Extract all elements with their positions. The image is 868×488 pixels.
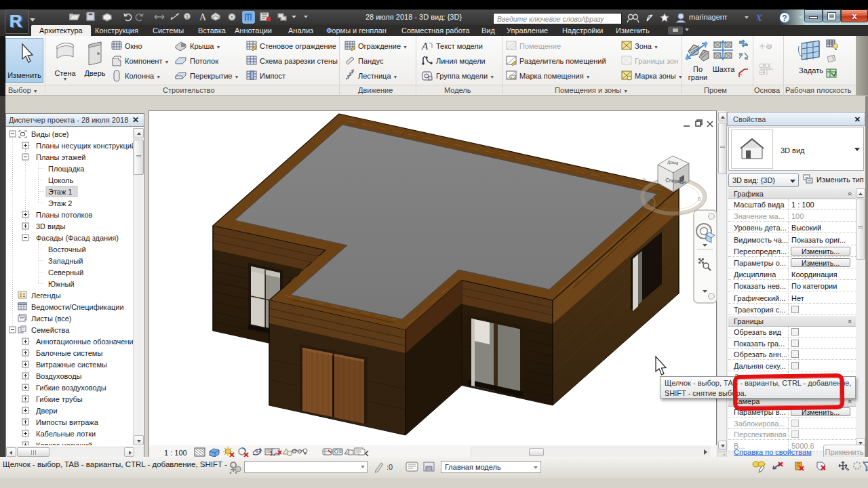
- svg-text:Этаж 1: Этаж 1: [48, 188, 72, 196]
- svg-text:Планы потолков: Планы потолков: [36, 211, 93, 219]
- svg-text:1: 1: [186, 14, 189, 19]
- svg-text:Планы этажей: Планы этажей: [36, 153, 86, 161]
- svg-text:Импосты витража: Импосты витража: [36, 418, 99, 426]
- svg-text:Ведомости/Спецификации: Ведомости/Спецификации: [31, 303, 124, 311]
- svg-text:Каркас несущий: Каркас несущий: [36, 441, 92, 446]
- svg-text:marinagerma...: marinagerma...: [689, 13, 727, 21]
- svg-text:Южный: Южный: [48, 280, 75, 288]
- svg-text:Этаж 2: Этаж 2: [48, 199, 72, 207]
- svg-text:X: X: [757, 12, 764, 23]
- svg-text:Аннотационные обозначени: Аннотационные обозначени: [36, 338, 133, 346]
- svg-text:Легенды: Легенды: [31, 291, 61, 300]
- svg-text:3D виды: 3D виды: [36, 222, 66, 230]
- svg-text:Воздуховоды: Воздуховоды: [36, 372, 82, 380]
- svg-text:R: R: [9, 11, 22, 31]
- svg-text:Двери: Двери: [36, 407, 58, 415]
- svg-text:Площадка: Площадка: [48, 165, 85, 173]
- svg-text:Листы (все): Листы (все): [31, 314, 72, 323]
- svg-text::0: :0: [387, 463, 393, 471]
- svg-text:Цоколь: Цоколь: [48, 176, 73, 184]
- svg-text:Виды (все): Виды (все): [31, 130, 69, 138]
- svg-text:Северный: Северный: [48, 268, 83, 277]
- svg-text:Фасады (Фасад здания): Фасады (Фасад здания): [36, 234, 119, 242]
- svg-text:В: В: [698, 197, 701, 201]
- svg-text:Западный: Западный: [48, 257, 83, 265]
- svg-text:Планы несущих конструкций: Планы несущих конструкций: [36, 142, 133, 150]
- svg-text:A: A: [199, 12, 207, 22]
- svg-text:Витражные системы: Витражные системы: [36, 361, 107, 369]
- svg-text:Восточный: Восточный: [48, 245, 86, 253]
- svg-text:A: A: [421, 41, 429, 52]
- svg-text:Семейства: Семейства: [31, 326, 70, 334]
- svg-text:Гибкие трубы: Гибкие трубы: [36, 395, 83, 403]
- svg-text:Кабельные лотки: Кабельные лотки: [36, 430, 96, 438]
- svg-text:Балочные системы: Балочные системы: [36, 349, 102, 357]
- svg-text:Гибкие воздуховоды: Гибкие воздуховоды: [36, 384, 106, 392]
